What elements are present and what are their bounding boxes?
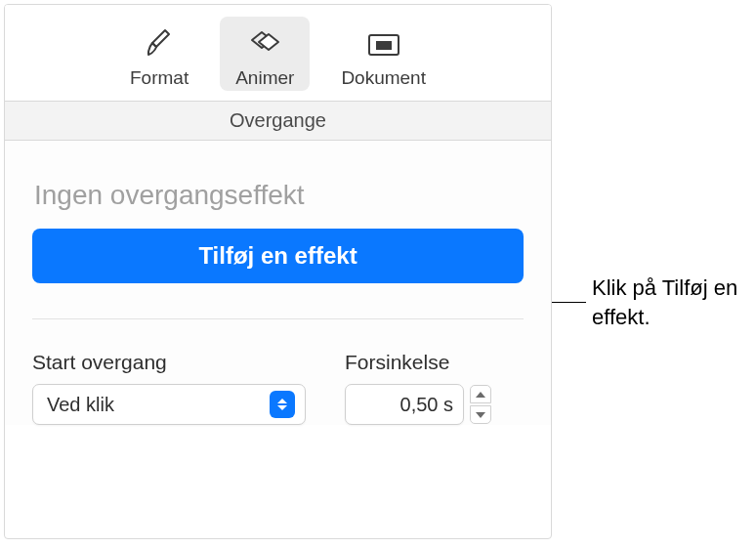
inspector-panel: Format Animer Dokument Overgange (4, 4, 552, 539)
delay-stepper-wrap (345, 384, 491, 425)
chevron-down-icon (476, 412, 485, 418)
toolbar-label-document: Dokument (341, 67, 426, 89)
inspector-toolbar: Format Animer Dokument (5, 5, 551, 101)
callout-text: Klik på Tilføj en effekt. (592, 274, 747, 331)
document-icon (364, 24, 403, 63)
start-transition-value: Ved klik (47, 394, 270, 416)
start-transition-field: Start overgang Ved klik (32, 351, 306, 425)
subheader-title: Overgange (230, 109, 326, 131)
content-area: Ingen overgangseffekt Tilføj en effekt S… (5, 141, 551, 425)
callout-leader-line (552, 302, 586, 303)
no-transition-effect-text: Ingen overgangseffekt (34, 180, 524, 211)
paintbrush-icon (140, 24, 179, 63)
divider (32, 318, 524, 319)
delay-field: Forsinkelse (345, 351, 491, 425)
stepper-up-button[interactable] (470, 385, 491, 403)
options-row: Start overgang Ved klik Forsinkelse (32, 351, 524, 425)
select-arrows-icon (270, 391, 295, 418)
toolbar-label-format: Format (130, 67, 189, 89)
callout: Klik på Tilføj en effekt. (552, 274, 747, 331)
toolbar-item-format[interactable]: Format (124, 21, 194, 91)
stepper-down-button[interactable] (470, 405, 491, 424)
toolbar-label-animate: Animer (235, 67, 294, 89)
add-effect-button[interactable]: Tilføj en effekt (32, 229, 524, 283)
toolbar-item-document[interactable]: Dokument (335, 21, 432, 91)
animate-icon (245, 24, 284, 63)
chevron-up-icon (476, 392, 485, 398)
svg-rect-1 (376, 41, 392, 50)
subheader-transitions: Overgange (5, 101, 551, 141)
delay-label: Forsinkelse (345, 351, 491, 374)
delay-input[interactable] (345, 384, 464, 425)
toolbar-item-animate[interactable]: Animer (220, 17, 310, 91)
delay-stepper (470, 385, 491, 424)
start-transition-label: Start overgang (32, 351, 306, 374)
start-transition-select[interactable]: Ved klik (32, 384, 306, 425)
